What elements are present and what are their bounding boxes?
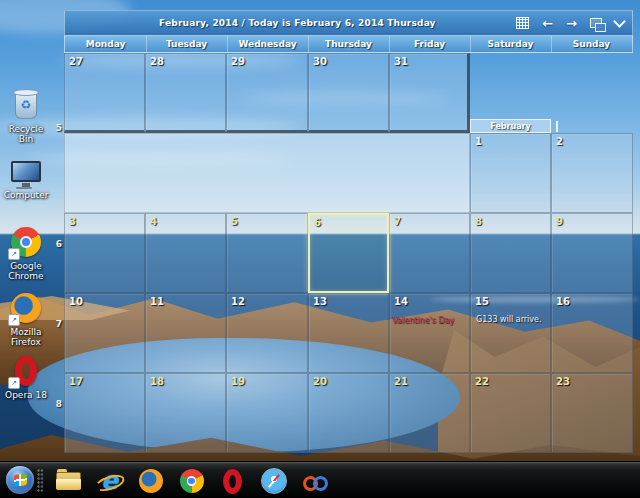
day-header-wednesday: Wednesday [227, 36, 308, 52]
day-header-sunday: Sunday [551, 36, 632, 52]
taskbar-explorer-button[interactable] [55, 468, 82, 494]
date-number: 2 [552, 134, 563, 147]
day-header-thursday: Thursday [308, 36, 389, 52]
folder-icon [56, 472, 81, 490]
date-number: 30 [309, 54, 327, 67]
calendar-toolbar: ← → [516, 11, 624, 35]
calendar-cell[interactable]: 22 [470, 373, 551, 453]
calendar-cell[interactable]: 18 [145, 373, 226, 453]
settings-icon[interactable] [590, 18, 602, 28]
taskbar-visual-studio-button[interactable] [301, 468, 328, 494]
taskbar-opera-button[interactable] [219, 468, 246, 494]
collapse-icon[interactable] [613, 15, 626, 28]
calendar-grid: February 5 6 7 8 27282930311234567891011… [64, 53, 633, 453]
safari-icon [261, 468, 287, 494]
start-button[interactable] [6, 466, 34, 494]
taskbar: e EN ? × 21:53 2014/2/6 [0, 461, 640, 498]
calendar-cell[interactable]: 1 [470, 133, 551, 213]
date-number: 29 [227, 54, 245, 67]
desktop-icon-google-chrome[interactable]: ↗ Google Chrome [3, 225, 49, 281]
calendar-cell[interactable]: 2 [551, 133, 633, 213]
calendar-cell[interactable]: 17 [64, 373, 145, 453]
calendar-cell[interactable]: 15G133 will arrive. [470, 293, 551, 373]
calendar-cell[interactable]: 23 [551, 373, 633, 453]
desktop-icon-label: Recycle Bin [3, 124, 49, 144]
date-number: 27 [65, 54, 83, 67]
visual-studio-icon [303, 471, 327, 491]
calendar-cell[interactable]: 3 [64, 213, 145, 293]
desktop-icon-opera[interactable]: ↗ Opera 18 [3, 354, 49, 400]
taskbar-chrome-button[interactable] [178, 468, 205, 494]
week-number: 5 [50, 123, 62, 133]
week-number: 8 [50, 399, 62, 409]
date-number: 5 [227, 214, 238, 227]
calendar-cell[interactable]: 5 [226, 213, 308, 293]
date-number: 10 [65, 294, 83, 307]
desktop-icon-label: Opera 18 [3, 390, 49, 400]
calendar-cell[interactable]: 30 [308, 53, 389, 133]
date-number: 13 [309, 294, 327, 307]
recycle-symbol: ♻ [21, 99, 32, 111]
shortcut-arrow-icon: ↗ [8, 377, 20, 389]
calendar-cell-today[interactable]: 6 [308, 213, 389, 293]
calendar-cell[interactable]: 19 [226, 373, 308, 453]
chrome-icon [180, 469, 204, 493]
date-number: 12 [227, 294, 245, 307]
taskbar-firefox-button[interactable] [137, 468, 164, 494]
week-number: 7 [50, 319, 62, 329]
calendar-cell[interactable]: 11 [145, 293, 226, 373]
day-header-tuesday: Tuesday [146, 36, 227, 52]
calendar-cell[interactable]: 4 [145, 213, 226, 293]
desktop-icon-label: Computer [3, 190, 49, 200]
desktop-calendar-widget: February, 2014 / Today is February 6, 20… [64, 10, 633, 453]
date-number: 23 [552, 374, 570, 387]
calendar-cell [551, 53, 633, 133]
shortcut-arrow-icon: ↗ [8, 314, 20, 326]
calendar-cell[interactable]: 12 [226, 293, 308, 373]
date-number: 3 [65, 214, 76, 227]
calendar-view-icon[interactable] [516, 17, 529, 29]
desktop-icon-computer[interactable]: Computer [3, 154, 49, 200]
date-number: 4 [146, 214, 157, 227]
date-number: 9 [552, 214, 563, 227]
calendar-cell[interactable]: 21 [389, 373, 470, 453]
next-month-icon[interactable]: → [566, 17, 577, 30]
prev-month-icon[interactable]: ← [542, 17, 553, 30]
calendar-cell[interactable]: 9 [551, 213, 633, 293]
calendar-cell[interactable]: 8 [470, 213, 551, 293]
calendar-cell[interactable]: 7 [389, 213, 470, 293]
date-number: 17 [65, 374, 83, 387]
calendar-cell[interactable]: 14Valentine's Day [389, 293, 470, 373]
calendar-cell[interactable]: 20 [308, 373, 389, 453]
desktop-screen: ♻ Recycle Bin Computer ↗ Google Chrome ↗… [0, 0, 640, 498]
taskbar-grip[interactable] [37, 469, 44, 493]
week-number: 6 [50, 239, 62, 249]
month-band-tick [556, 121, 558, 132]
computer-icon [11, 161, 41, 182]
calendar-cell[interactable]: 13 [308, 293, 389, 373]
date-number: 1 [471, 134, 482, 147]
cell-note: G133 will arrive. [471, 313, 550, 324]
date-number: 15 [471, 294, 489, 307]
desktop-icon-mozilla-firefox[interactable]: ↗ Mozilla Firefox [3, 291, 49, 347]
calendar-cell[interactable]: 28 [145, 53, 226, 133]
calendar-titlebar[interactable]: February, 2014 / Today is February 6, 20… [64, 10, 633, 35]
calendar-cell[interactable]: 16 [551, 293, 633, 373]
date-number: 8 [471, 214, 482, 227]
calendar-cell[interactable]: 27 [64, 53, 145, 133]
day-header-saturday: Saturday [470, 36, 551, 52]
desktop-icon-recycle-bin[interactable]: ♻ Recycle Bin [3, 88, 49, 144]
calendar-cell [64, 133, 470, 213]
date-number: 19 [227, 374, 245, 387]
day-header-monday: Monday [65, 36, 146, 52]
date-number: 6 [310, 215, 321, 228]
taskbar-internet-explorer-button[interactable]: e [96, 468, 123, 494]
calendar-cell[interactable]: 31 [389, 53, 470, 133]
desktop-icon-label: Mozilla Firefox [3, 327, 49, 347]
calendar-cell[interactable]: 29 [226, 53, 308, 133]
firefox-icon [139, 469, 163, 493]
taskbar-safari-button[interactable] [260, 468, 287, 494]
date-number: 18 [146, 374, 164, 387]
date-number: 31 [390, 54, 408, 67]
calendar-cell[interactable]: 10 [64, 293, 145, 373]
